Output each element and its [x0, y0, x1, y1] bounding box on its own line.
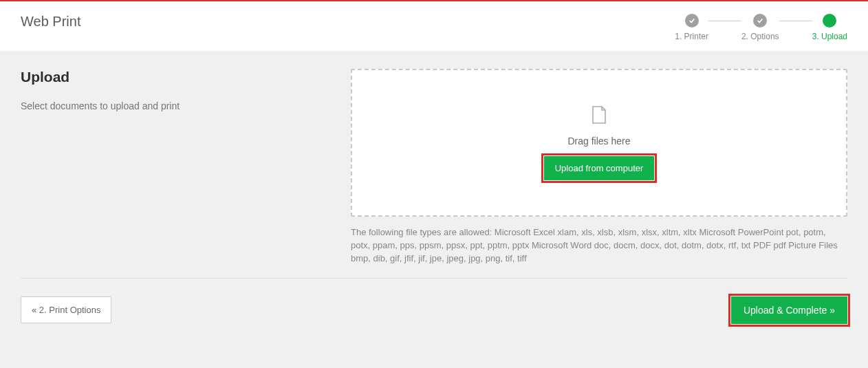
upload-description: Upload Select documents to upload and pr… [21, 69, 323, 266]
step-connector [708, 21, 741, 21]
page-title: Web Print [21, 14, 80, 30]
back-button[interactable]: « 2. Print Options [21, 296, 111, 323]
active-step-icon [823, 14, 836, 28]
step-options[interactable]: 2. Options [741, 14, 779, 41]
drag-instruction: Drag files here [567, 136, 630, 147]
upload-complete-button[interactable]: Upload & Complete » [731, 296, 847, 324]
file-icon [589, 105, 609, 127]
section-subtitle: Select documents to upload and print [21, 100, 323, 111]
step-label: 1. Printer [675, 32, 708, 41]
step-label: 3. Upload [812, 32, 847, 41]
upload-panel: Drag files here Upload from computer The… [351, 69, 847, 266]
check-icon [753, 14, 767, 28]
step-label: 2. Options [741, 32, 779, 41]
section-title: Upload [21, 69, 323, 85]
step-upload[interactable]: 3. Upload [812, 14, 847, 41]
progress-stepper: 1. Printer 2. Options 3. Upload [675, 14, 847, 41]
step-connector [779, 21, 812, 21]
content-area: Upload Select documents to upload and pr… [0, 51, 868, 278]
upload-from-computer-button[interactable]: Upload from computer [544, 156, 655, 180]
file-dropzone[interactable]: Drag files here Upload from computer [351, 69, 847, 217]
footer-actions: « 2. Print Options Upload & Complete » [21, 278, 847, 342]
allowed-file-types: The following file types are allowed: Mi… [351, 226, 847, 266]
step-printer[interactable]: 1. Printer [675, 14, 708, 41]
header: Web Print 1. Printer 2. Options 3. Uploa… [0, 1, 868, 51]
check-icon [685, 14, 699, 28]
